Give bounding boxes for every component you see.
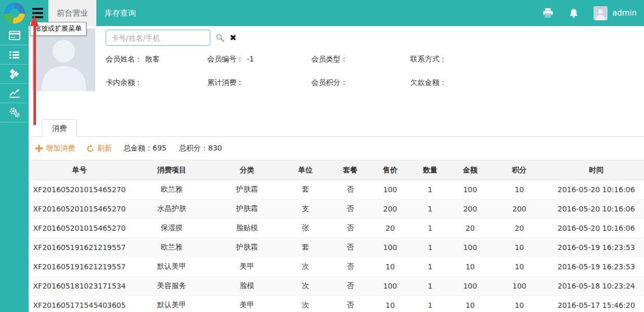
member-field: 会员积分： [311,78,410,88]
column-header[interactable]: 单位 [281,166,331,175]
field-label: 欠款金额： [410,78,447,86]
member-field: 累计消费： [207,78,311,88]
column-header[interactable]: 套餐 [330,166,370,175]
tab-inventory-query[interactable]: 库存查询 [96,0,144,26]
tab-consumption[interactable]: 消费 [42,119,77,137]
table-cell: 10 [450,263,490,271]
column-header[interactable]: 分类 [213,166,281,175]
sidebar-item-settings[interactable] [0,103,29,122]
table-cell: 否 [330,301,370,310]
search-icon[interactable] [216,33,224,42]
table-cell: XF201605191621219557 [29,263,130,271]
table-cell: 100 [490,282,548,290]
table-row[interactable]: XF201605181023171534美容服务脸模次否100110010020… [29,277,644,296]
table-cell: 脸贴模 [213,223,281,233]
table-cell: 支 [281,204,331,214]
table-cell: 10 [490,185,548,194]
member-field: 欠款金额： [410,78,644,88]
member-search-input[interactable] [106,30,210,46]
table-cell: 100 [370,185,410,194]
clear-icon[interactable]: ✖ [230,34,236,42]
table-cell: 200 [490,205,548,213]
sidebar-item-reports[interactable] [0,84,29,103]
table-cell: 1 [410,282,450,290]
panel-tabs: 消费 [29,119,644,137]
field-value: 散客 [145,55,160,63]
sidebar-item-billing[interactable] [0,26,29,45]
table-row[interactable]: XF201605201015465270保湿膜脸贴模张否20120202016-… [29,219,644,238]
sidebar-item-products[interactable] [0,65,29,84]
table-row[interactable]: XF201605191621219557默认美甲美甲次否10110102016-… [29,257,644,277]
table-cell: 10 [490,243,548,252]
table-cell: 否 [330,185,370,194]
table-cell: 套 [281,243,331,252]
field-label: 卡内余额： [106,78,142,86]
table-row[interactable]: XF201605191621219557欧兰雅护肤霜套否100110010201… [29,238,644,257]
topbar: 前台营业 库存查询 admin [0,0,644,26]
table-cell: 20 [490,224,548,232]
refresh-button[interactable]: 刷新 [86,144,112,153]
table-cell: 默认美甲 [130,262,213,271]
table-cell: 2016-05-20 10:16:06 [549,185,644,194]
table-row[interactable]: XF201605201015465270欧兰雅护肤霜套否100110010201… [29,180,644,199]
table-cell: 2016-05-20 10:16:06 [549,224,644,232]
topbar-right: admin [541,0,644,26]
total-amount: 总金额：695 [123,144,167,153]
gears-icon [9,107,20,118]
member-field: 会员类型： [311,55,410,64]
app-logo[interactable] [0,0,29,26]
table-cell: 护肤霜 [213,243,281,252]
bell-icon[interactable] [567,7,580,19]
column-header[interactable]: 单号 [29,166,130,175]
table-cell: 否 [330,262,370,271]
field-label: 会员类型： [311,55,348,63]
table-cell: 20 [370,224,410,232]
member-field: 会员编号：-1 [207,55,311,64]
table-cell: 100 [450,282,490,290]
table-row[interactable]: XF201605171545403605默认美甲美甲次否10110102016-… [29,296,644,312]
member-field: 联系方式： [410,55,644,64]
table-cell: 水晶护肤 [130,204,213,214]
table-cell: 否 [330,223,370,233]
table-cell: 200 [450,205,490,213]
table-cell: 20 [450,224,490,232]
printer-icon[interactable] [541,7,554,19]
cubes-icon [8,69,20,79]
table-cell: 1 [410,205,450,213]
table-row[interactable]: XF201605201015465270水晶护肤护肤霜支否20012002002… [29,199,644,219]
add-consumption-button[interactable]: 增加消费 [35,144,75,153]
table-cell: 100 [450,185,490,194]
table-cell: 欧兰雅 [130,243,213,252]
column-header[interactable]: 数量 [410,166,450,175]
column-header[interactable]: 时间 [549,166,644,175]
table-cell: 美甲 [213,301,281,310]
user-avatar [594,6,608,20]
table-cell: 1 [410,301,450,309]
column-header[interactable]: 金额 [450,166,490,175]
table-cell: 10 [490,301,548,309]
table-cell: XF201605201015465270 [29,185,130,194]
field-label: 会员编号： [207,55,244,63]
table-cell: 护肤霜 [213,204,281,214]
table-cell: 1 [410,224,450,232]
table-cell: 否 [330,243,370,252]
column-header[interactable]: 消费项目 [130,166,213,175]
table-cell: XF201605201015465270 [29,224,130,232]
table-cell: 2016-05-19 16:23:53 [549,243,644,252]
table-cell: 10 [490,263,548,271]
column-header[interactable]: 售价 [370,166,410,175]
table-cell: 否 [330,204,370,214]
column-header[interactable]: 积分 [490,166,548,175]
user-menu[interactable]: admin [594,6,637,20]
table-cell: 美甲 [213,262,281,271]
billing-icon [9,31,20,40]
table-cell: 2016-05-17 15:46:20 [549,301,644,309]
table-cell: 否 [330,281,370,291]
table-header-row: 单号消费项目分类单位套餐售价数量金额积分时间 [29,160,644,180]
table-cell: 脸模 [213,281,281,291]
table-cell: 次 [281,262,331,271]
menu-tooltip: 缩放或扩展菜单 [30,22,86,36]
table-cell: XF201605181023171534 [29,282,130,290]
table-cell: 套 [281,185,331,194]
sidebar-item-list[interactable] [0,45,29,65]
